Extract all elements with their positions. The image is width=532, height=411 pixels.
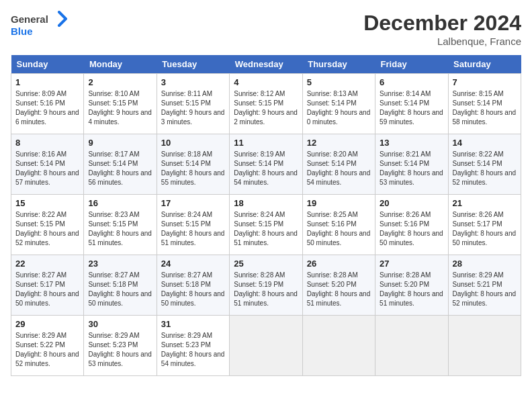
day-cell: 29Sunrise: 8:29 AMSunset: 5:22 PMDayligh…	[11, 316, 84, 376]
day-cell: 30Sunrise: 8:29 AMSunset: 5:23 PMDayligh…	[84, 316, 157, 376]
svg-text:Blue: Blue	[11, 26, 33, 37]
logo-svg: General Blue	[11, 11, 71, 40]
day-cell: 26Sunrise: 8:28 AMSunset: 5:20 PMDayligh…	[302, 255, 375, 316]
weekday-sunday: Sunday	[11, 55, 84, 74]
week-row-1: 1Sunrise: 8:09 AMSunset: 5:16 PMDaylight…	[11, 74, 521, 134]
weekday-thursday: Thursday	[302, 55, 375, 74]
calendar-body: 1Sunrise: 8:09 AMSunset: 5:16 PMDaylight…	[11, 74, 521, 376]
day-info: Sunrise: 8:16 AMSunset: 5:14 PMDaylight:…	[15, 150, 79, 187]
weekday-monday: Monday	[84, 55, 157, 74]
day-cell: 25Sunrise: 8:28 AMSunset: 5:19 PMDayligh…	[230, 255, 302, 316]
header: General Blue December 2024 Lalbenque, Fr…	[11, 11, 521, 47]
day-info: Sunrise: 8:14 AMSunset: 5:14 PMDaylight:…	[380, 89, 443, 127]
day-info: Sunrise: 8:29 AMSunset: 5:23 PMDaylight:…	[88, 331, 152, 369]
day-info: Sunrise: 8:29 AMSunset: 5:23 PMDaylight:…	[161, 331, 225, 369]
day-info: Sunrise: 8:29 AMSunset: 5:21 PMDaylight:…	[453, 271, 517, 308]
day-cell: 16Sunrise: 8:23 AMSunset: 5:15 PMDayligh…	[84, 195, 157, 255]
day-cell	[302, 316, 375, 376]
day-cell: 15Sunrise: 8:22 AMSunset: 5:15 PMDayligh…	[11, 195, 84, 255]
day-cell: 17Sunrise: 8:24 AMSunset: 5:15 PMDayligh…	[157, 195, 229, 255]
day-cell: 19Sunrise: 8:25 AMSunset: 5:16 PMDayligh…	[302, 195, 375, 255]
month-title: December 2024	[363, 11, 521, 36]
day-number: 2	[88, 77, 152, 87]
day-number: 23	[88, 259, 152, 269]
day-number: 18	[234, 198, 298, 208]
day-info: Sunrise: 8:13 AMSunset: 5:14 PMDaylight:…	[307, 89, 371, 127]
day-number: 25	[234, 259, 298, 269]
day-cell: 3Sunrise: 8:11 AMSunset: 5:15 PMDaylight…	[157, 74, 229, 134]
day-cell	[448, 316, 521, 376]
day-cell: 23Sunrise: 8:27 AMSunset: 5:18 PMDayligh…	[84, 255, 157, 316]
day-info: Sunrise: 8:25 AMSunset: 5:16 PMDaylight:…	[307, 210, 371, 248]
day-number: 3	[161, 77, 225, 87]
day-info: Sunrise: 8:27 AMSunset: 5:18 PMDaylight:…	[161, 271, 225, 308]
day-number: 26	[307, 259, 371, 269]
day-info: Sunrise: 8:20 AMSunset: 5:14 PMDaylight:…	[307, 150, 371, 187]
day-number: 24	[161, 259, 225, 269]
logo: General Blue	[11, 11, 71, 40]
day-info: Sunrise: 8:12 AMSunset: 5:15 PMDaylight:…	[234, 89, 298, 127]
day-cell: 11Sunrise: 8:19 AMSunset: 5:14 PMDayligh…	[230, 134, 302, 195]
day-info: Sunrise: 8:29 AMSunset: 5:22 PMDaylight:…	[15, 331, 79, 369]
day-number: 8	[15, 138, 79, 148]
day-number: 7	[453, 77, 517, 87]
day-cell: 10Sunrise: 8:18 AMSunset: 5:14 PMDayligh…	[157, 134, 229, 195]
day-info: Sunrise: 8:18 AMSunset: 5:14 PMDaylight:…	[161, 150, 225, 187]
day-info: Sunrise: 8:17 AMSunset: 5:14 PMDaylight:…	[88, 150, 152, 187]
day-cell: 18Sunrise: 8:24 AMSunset: 5:15 PMDayligh…	[230, 195, 302, 255]
day-info: Sunrise: 8:28 AMSunset: 5:20 PMDaylight:…	[307, 271, 371, 308]
day-cell: 5Sunrise: 8:13 AMSunset: 5:14 PMDaylight…	[302, 74, 375, 134]
day-info: Sunrise: 8:11 AMSunset: 5:15 PMDaylight:…	[161, 89, 225, 127]
day-info: Sunrise: 8:26 AMSunset: 5:16 PMDaylight:…	[380, 210, 443, 248]
day-number: 5	[307, 77, 371, 87]
day-number: 20	[380, 198, 443, 208]
day-cell: 8Sunrise: 8:16 AMSunset: 5:14 PMDaylight…	[11, 134, 84, 195]
day-cell: 2Sunrise: 8:10 AMSunset: 5:15 PMDaylight…	[84, 74, 157, 134]
day-number: 28	[453, 259, 517, 269]
day-info: Sunrise: 8:28 AMSunset: 5:20 PMDaylight:…	[380, 271, 443, 308]
day-number: 13	[380, 138, 443, 148]
calendar-table: SundayMondayTuesdayWednesdayThursdayFrid…	[11, 55, 521, 376]
day-cell: 13Sunrise: 8:21 AMSunset: 5:14 PMDayligh…	[375, 134, 448, 195]
day-info: Sunrise: 8:10 AMSunset: 5:15 PMDaylight:…	[88, 89, 152, 127]
day-cell: 6Sunrise: 8:14 AMSunset: 5:14 PMDaylight…	[375, 74, 448, 134]
week-row-2: 8Sunrise: 8:16 AMSunset: 5:14 PMDaylight…	[11, 134, 521, 195]
day-cell: 24Sunrise: 8:27 AMSunset: 5:18 PMDayligh…	[157, 255, 229, 316]
day-cell: 28Sunrise: 8:29 AMSunset: 5:21 PMDayligh…	[448, 255, 521, 316]
day-number: 21	[453, 198, 517, 208]
day-cell: 9Sunrise: 8:17 AMSunset: 5:14 PMDaylight…	[84, 134, 157, 195]
week-row-4: 22Sunrise: 8:27 AMSunset: 5:17 PMDayligh…	[11, 255, 521, 316]
day-cell: 1Sunrise: 8:09 AMSunset: 5:16 PMDaylight…	[11, 74, 84, 134]
weekday-friday: Friday	[375, 55, 448, 74]
day-info: Sunrise: 8:28 AMSunset: 5:19 PMDaylight:…	[234, 271, 298, 308]
day-number: 29	[15, 319, 79, 329]
day-info: Sunrise: 8:26 AMSunset: 5:17 PMDaylight:…	[453, 210, 517, 248]
day-number: 14	[453, 138, 517, 148]
day-info: Sunrise: 8:24 AMSunset: 5:15 PMDaylight:…	[234, 210, 298, 248]
weekday-wednesday: Wednesday	[230, 55, 302, 74]
weekday-header: SundayMondayTuesdayWednesdayThursdayFrid…	[11, 55, 521, 74]
day-cell	[375, 316, 448, 376]
day-info: Sunrise: 8:27 AMSunset: 5:17 PMDaylight:…	[15, 271, 79, 308]
day-info: Sunrise: 8:23 AMSunset: 5:15 PMDaylight:…	[88, 210, 152, 248]
day-cell: 20Sunrise: 8:26 AMSunset: 5:16 PMDayligh…	[375, 195, 448, 255]
title-area: December 2024 Lalbenque, France	[363, 11, 521, 47]
day-cell: 31Sunrise: 8:29 AMSunset: 5:23 PMDayligh…	[157, 316, 229, 376]
day-cell	[230, 316, 302, 376]
day-number: 17	[161, 198, 225, 208]
day-number: 22	[15, 259, 79, 269]
day-info: Sunrise: 8:15 AMSunset: 5:14 PMDaylight:…	[453, 89, 517, 127]
day-number: 15	[15, 198, 79, 208]
day-cell: 14Sunrise: 8:22 AMSunset: 5:14 PMDayligh…	[448, 134, 521, 195]
day-number: 12	[307, 138, 371, 148]
day-number: 19	[307, 198, 371, 208]
day-number: 27	[380, 259, 443, 269]
day-number: 4	[234, 77, 298, 87]
day-number: 30	[88, 319, 152, 329]
weekday-saturday: Saturday	[448, 55, 521, 74]
day-info: Sunrise: 8:22 AMSunset: 5:14 PMDaylight:…	[453, 150, 517, 187]
day-cell: 4Sunrise: 8:12 AMSunset: 5:15 PMDaylight…	[230, 74, 302, 134]
day-info: Sunrise: 8:22 AMSunset: 5:15 PMDaylight:…	[15, 210, 79, 248]
day-cell: 22Sunrise: 8:27 AMSunset: 5:17 PMDayligh…	[11, 255, 84, 316]
day-cell: 27Sunrise: 8:28 AMSunset: 5:20 PMDayligh…	[375, 255, 448, 316]
